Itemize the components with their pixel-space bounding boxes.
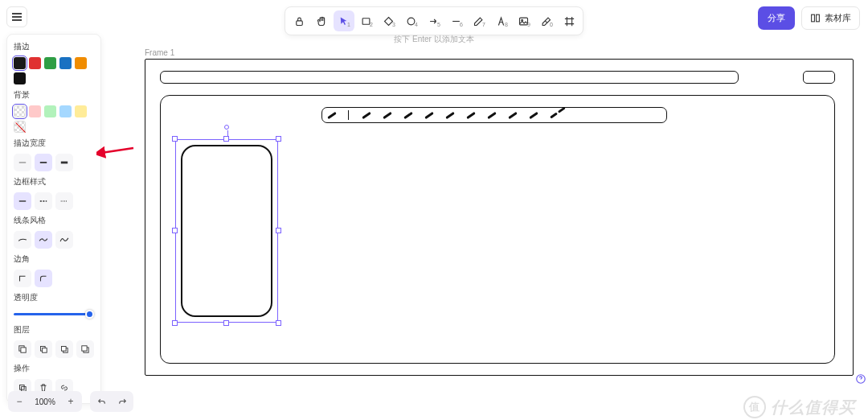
tool-frame[interactable] [559, 10, 579, 31]
stroke-width-thick[interactable] [55, 154, 73, 171]
layer-bring-forward[interactable] [55, 340, 73, 358]
drawn-rect-button[interactable] [803, 71, 835, 84]
resize-handle-se[interactable] [276, 320, 281, 326]
sloppiness-architect[interactable] [14, 231, 31, 249]
help-icon[interactable] [855, 373, 866, 385]
frame-label[interactable]: Frame 1 [145, 48, 174, 57]
stroke-width-medium[interactable] [35, 154, 52, 171]
stroke-style-dashed[interactable] [35, 192, 52, 210]
opacity-heading: 透明度 [14, 292, 94, 303]
stroke-color-green[interactable] [44, 57, 56, 69]
share-button[interactable]: 分享 [758, 6, 795, 30]
tool-index: 3 [392, 22, 395, 27]
tool-hand[interactable] [311, 10, 332, 31]
selected-object[interactable] [175, 139, 278, 323]
top-toolbar: 1 2 3 4 5 6 7 8 9 0 [285, 6, 583, 35]
library-icon [810, 13, 821, 23]
bg-color-green[interactable] [44, 105, 56, 117]
corners-heading: 边角 [14, 253, 94, 265]
layer-send-back[interactable] [14, 340, 31, 358]
opacity-slider[interactable] [14, 308, 94, 319]
corners-round[interactable] [35, 270, 52, 287]
stroke-color-red[interactable] [29, 57, 41, 69]
tool-text[interactable]: 8 [491, 10, 512, 31]
tool-eraser[interactable]: 0 [536, 10, 557, 31]
resize-handle-n[interactable] [223, 136, 229, 142]
svg-line-17 [101, 148, 133, 153]
tool-lock[interactable] [289, 10, 309, 31]
stroke-width-thin[interactable] [14, 154, 31, 171]
bg-color-none[interactable] [14, 121, 26, 133]
tool-rectangle[interactable]: 2 [356, 10, 377, 31]
drawn-phone-shape[interactable] [181, 145, 272, 317]
layers-heading: 图层 [14, 324, 94, 336]
bg-color-yellow[interactable] [75, 105, 87, 117]
resize-handle-nw[interactable] [172, 136, 178, 142]
zoom-level[interactable]: 100% [31, 393, 59, 410]
corners-row [14, 270, 94, 287]
watermark-logo-icon: 值 [743, 396, 766, 418]
resize-handle-w[interactable] [172, 228, 178, 233]
svg-rect-1 [362, 18, 370, 24]
tool-index: 5 [437, 22, 440, 27]
resize-handle-s[interactable] [223, 320, 229, 326]
watermark-text: 什么值得买 [771, 397, 855, 418]
tool-index: 1 [347, 22, 350, 27]
bg-color-blue[interactable] [59, 105, 72, 117]
tool-index: 8 [505, 22, 508, 27]
tool-arrow[interactable]: 5 [424, 10, 444, 31]
tool-ellipse[interactable]: 4 [401, 10, 422, 31]
stroke-heading: 描边 [14, 41, 94, 52]
tool-index: 9 [527, 22, 530, 27]
stroke-style-dotted[interactable] [55, 192, 73, 210]
stroke-width-row [14, 154, 94, 171]
top-right-actions: 分享 素材库 [758, 6, 860, 30]
corners-sharp[interactable] [14, 270, 31, 287]
resize-handle-e[interactable] [276, 228, 281, 233]
resize-handle-sw[interactable] [172, 320, 178, 326]
resize-handle-ne[interactable] [276, 136, 281, 142]
svg-rect-8 [21, 348, 26, 352]
main-menu-button[interactable] [6, 6, 27, 27]
redo-button[interactable] [113, 393, 132, 410]
stroke-width-heading: 描边宽度 [14, 138, 94, 149]
tool-index: 7 [482, 22, 485, 27]
svg-rect-14 [82, 346, 87, 351]
sloppiness-artist[interactable] [35, 231, 52, 249]
bg-color-row [14, 105, 94, 133]
drawn-toolbar[interactable] [321, 107, 667, 123]
tool-image[interactable]: 9 [514, 10, 534, 31]
tool-index: 0 [550, 22, 553, 27]
library-button[interactable]: 素材库 [801, 6, 860, 30]
tool-pointer[interactable]: 1 [334, 10, 354, 31]
tool-diamond[interactable]: 3 [379, 10, 399, 31]
tool-index: 4 [415, 22, 418, 27]
rotate-handle[interactable] [224, 125, 229, 130]
stroke-color-custom[interactable] [14, 72, 26, 84]
tool-line[interactable]: 6 [446, 10, 467, 31]
hint-text: 按下 Enter 以添加文本 [394, 34, 473, 45]
layer-send-backward[interactable] [35, 340, 52, 358]
stroke-color-black[interactable] [14, 57, 26, 69]
tool-pencil[interactable]: 7 [469, 10, 489, 31]
stroke-color-orange[interactable] [75, 57, 87, 69]
layers-row [14, 340, 94, 358]
undo-redo-controls [90, 391, 133, 412]
sloppiness-row [14, 231, 94, 249]
zoom-out-button[interactable]: − [10, 393, 29, 410]
zoom-in-button[interactable]: + [61, 393, 80, 410]
stroke-style-row [14, 192, 94, 210]
svg-point-2 [407, 18, 415, 25]
stroke-color-blue[interactable] [59, 57, 72, 69]
bg-color-pink[interactable] [29, 105, 41, 117]
layer-bring-front[interactable] [76, 340, 94, 358]
svg-rect-15 [20, 385, 25, 390]
undo-button[interactable] [92, 393, 111, 410]
tool-index: 6 [460, 22, 463, 27]
sloppiness-cartoonist[interactable] [55, 231, 73, 249]
stroke-style-solid[interactable] [14, 192, 31, 210]
drawn-rect-address-bar[interactable] [160, 71, 739, 84]
footer-controls: − 100% + [8, 391, 133, 412]
bg-heading: 背景 [14, 89, 94, 101]
bg-color-transparent[interactable] [14, 105, 26, 117]
